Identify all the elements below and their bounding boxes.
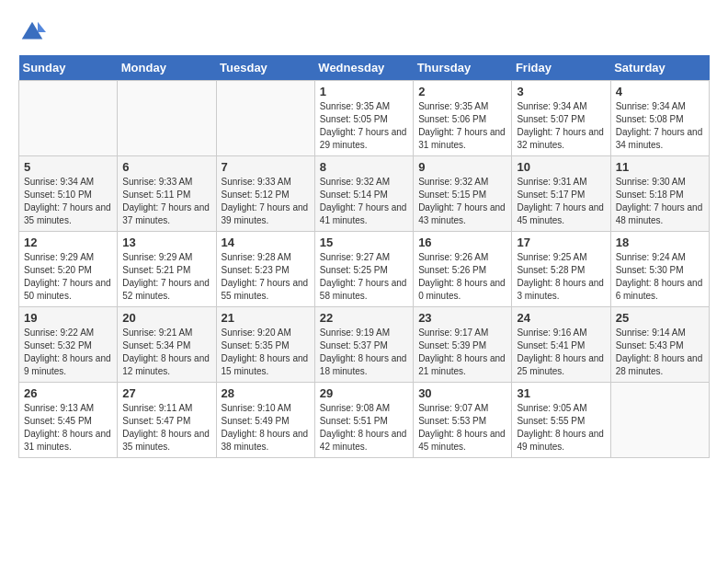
day-info: Sunrise: 9:07 AM Sunset: 5:53 PM Dayligh…: [418, 402, 506, 454]
day-number: 25: [616, 311, 704, 325]
day-number: 5: [24, 160, 112, 174]
week-row-4: 19Sunrise: 9:22 AM Sunset: 5:32 PM Dayli…: [19, 307, 710, 383]
day-info: Sunrise: 9:19 AM Sunset: 5:37 PM Dayligh…: [320, 327, 408, 378]
day-cell: 25Sunrise: 9:14 AM Sunset: 5:43 PM Dayli…: [610, 307, 709, 383]
day-number: 9: [418, 160, 506, 174]
week-row-2: 5Sunrise: 9:34 AM Sunset: 5:10 PM Daylig…: [19, 156, 710, 232]
day-cell: 28Sunrise: 9:10 AM Sunset: 5:49 PM Dayli…: [216, 383, 314, 458]
day-cell: 24Sunrise: 9:16 AM Sunset: 5:41 PM Dayli…: [512, 307, 610, 383]
day-info: Sunrise: 9:26 AM Sunset: 5:26 PM Dayligh…: [418, 251, 506, 303]
day-cell: 27Sunrise: 9:11 AM Sunset: 5:47 PM Dayli…: [118, 383, 216, 458]
day-number: 12: [24, 236, 112, 249]
day-number: 22: [320, 311, 408, 325]
day-cell: 23Sunrise: 9:17 AM Sunset: 5:39 PM Dayli…: [414, 307, 512, 383]
day-number: 1: [320, 85, 408, 98]
header-cell-monday: Monday: [118, 55, 216, 81]
day-info: Sunrise: 9:08 AM Sunset: 5:51 PM Dayligh…: [320, 402, 408, 454]
day-cell: 30Sunrise: 9:07 AM Sunset: 5:53 PM Dayli…: [414, 383, 512, 458]
day-info: Sunrise: 9:33 AM Sunset: 5:12 PM Dayligh…: [222, 176, 310, 227]
day-info: Sunrise: 9:05 AM Sunset: 5:55 PM Dayligh…: [517, 402, 605, 454]
day-cell: 16Sunrise: 9:26 AM Sunset: 5:26 PM Dayli…: [414, 232, 512, 307]
day-number: 3: [517, 85, 605, 98]
day-cell: 11Sunrise: 9:30 AM Sunset: 5:18 PM Dayli…: [610, 156, 709, 232]
day-info: Sunrise: 9:28 AM Sunset: 5:23 PM Dayligh…: [222, 251, 310, 303]
week-row-5: 26Sunrise: 9:13 AM Sunset: 5:45 PM Dayli…: [19, 383, 710, 458]
day-number: 6: [122, 160, 210, 174]
day-number: 4: [616, 85, 704, 98]
day-number: 30: [418, 386, 506, 400]
day-info: Sunrise: 9:29 AM Sunset: 5:21 PM Dayligh…: [122, 251, 210, 303]
day-cell: 18Sunrise: 9:24 AM Sunset: 5:30 PM Dayli…: [610, 232, 709, 307]
day-cell: 22Sunrise: 9:19 AM Sunset: 5:37 PM Dayli…: [314, 307, 413, 383]
day-info: Sunrise: 9:34 AM Sunset: 5:07 PM Dayligh…: [517, 100, 605, 152]
logo: [18, 18, 50, 46]
day-cell: [118, 81, 216, 156]
header-cell-wednesday: Wednesday: [314, 55, 413, 81]
calendar-table: SundayMondayTuesdayWednesdayThursdayFrid…: [18, 55, 710, 458]
day-cell: 12Sunrise: 9:29 AM Sunset: 5:20 PM Dayli…: [19, 232, 118, 307]
week-row-1: 1Sunrise: 9:35 AM Sunset: 5:05 PM Daylig…: [19, 81, 710, 156]
day-number: 18: [616, 236, 704, 249]
day-cell: [19, 81, 118, 156]
day-number: 31: [517, 386, 605, 400]
day-number: 27: [122, 386, 210, 400]
day-info: Sunrise: 9:35 AM Sunset: 5:05 PM Dayligh…: [320, 100, 408, 152]
day-info: Sunrise: 9:17 AM Sunset: 5:39 PM Dayligh…: [418, 327, 506, 378]
day-info: Sunrise: 9:21 AM Sunset: 5:34 PM Dayligh…: [122, 327, 210, 378]
day-info: Sunrise: 9:31 AM Sunset: 5:17 PM Dayligh…: [517, 176, 605, 227]
day-info: Sunrise: 9:32 AM Sunset: 5:15 PM Dayligh…: [418, 176, 506, 227]
svg-marker-1: [38, 22, 46, 32]
day-info: Sunrise: 9:10 AM Sunset: 5:49 PM Dayligh…: [222, 402, 310, 454]
day-number: 23: [418, 311, 506, 325]
day-cell: 13Sunrise: 9:29 AM Sunset: 5:21 PM Dayli…: [118, 232, 216, 307]
day-info: Sunrise: 9:20 AM Sunset: 5:35 PM Dayligh…: [222, 327, 310, 378]
day-number: 21: [222, 311, 310, 325]
day-number: 19: [24, 311, 112, 325]
day-info: Sunrise: 9:35 AM Sunset: 5:06 PM Dayligh…: [418, 100, 506, 152]
header-cell-saturday: Saturday: [610, 55, 709, 81]
day-cell: 4Sunrise: 9:34 AM Sunset: 5:08 PM Daylig…: [610, 81, 709, 156]
day-info: Sunrise: 9:27 AM Sunset: 5:25 PM Dayligh…: [320, 251, 408, 303]
day-info: Sunrise: 9:34 AM Sunset: 5:10 PM Dayligh…: [24, 176, 112, 227]
header-cell-friday: Friday: [512, 55, 610, 81]
day-cell: 3Sunrise: 9:34 AM Sunset: 5:07 PM Daylig…: [512, 81, 610, 156]
day-cell: 6Sunrise: 9:33 AM Sunset: 5:11 PM Daylig…: [118, 156, 216, 232]
day-info: Sunrise: 9:14 AM Sunset: 5:43 PM Dayligh…: [616, 327, 704, 378]
day-info: Sunrise: 9:25 AM Sunset: 5:28 PM Dayligh…: [517, 251, 605, 303]
header-row: SundayMondayTuesdayWednesdayThursdayFrid…: [19, 55, 710, 81]
day-info: Sunrise: 9:30 AM Sunset: 5:18 PM Dayligh…: [616, 176, 704, 227]
day-cell: 17Sunrise: 9:25 AM Sunset: 5:28 PM Dayli…: [512, 232, 610, 307]
day-number: 7: [222, 160, 310, 174]
day-cell: 7Sunrise: 9:33 AM Sunset: 5:12 PM Daylig…: [216, 156, 314, 232]
day-cell: 31Sunrise: 9:05 AM Sunset: 5:55 PM Dayli…: [512, 383, 610, 458]
day-number: 24: [517, 311, 605, 325]
header-cell-sunday: Sunday: [19, 55, 118, 81]
day-number: 14: [222, 236, 310, 249]
day-cell: 9Sunrise: 9:32 AM Sunset: 5:15 PM Daylig…: [414, 156, 512, 232]
day-number: 10: [517, 160, 605, 174]
day-cell: 19Sunrise: 9:22 AM Sunset: 5:32 PM Dayli…: [19, 307, 118, 383]
day-info: Sunrise: 9:16 AM Sunset: 5:41 PM Dayligh…: [517, 327, 605, 378]
day-cell: [216, 81, 314, 156]
day-number: 17: [517, 236, 605, 249]
day-info: Sunrise: 9:33 AM Sunset: 5:11 PM Dayligh…: [122, 176, 210, 227]
day-info: Sunrise: 9:11 AM Sunset: 5:47 PM Dayligh…: [122, 402, 210, 454]
day-number: 28: [222, 386, 310, 400]
day-number: 8: [320, 160, 408, 174]
header-cell-thursday: Thursday: [414, 55, 512, 81]
logo-icon: [18, 18, 46, 46]
day-info: Sunrise: 9:24 AM Sunset: 5:30 PM Dayligh…: [616, 251, 704, 303]
header: [18, 18, 710, 46]
day-cell: [610, 383, 709, 458]
day-cell: 5Sunrise: 9:34 AM Sunset: 5:10 PM Daylig…: [19, 156, 118, 232]
day-number: 26: [24, 386, 112, 400]
day-cell: 14Sunrise: 9:28 AM Sunset: 5:23 PM Dayli…: [216, 232, 314, 307]
day-cell: 2Sunrise: 9:35 AM Sunset: 5:06 PM Daylig…: [414, 81, 512, 156]
day-cell: 26Sunrise: 9:13 AM Sunset: 5:45 PM Dayli…: [19, 383, 118, 458]
day-info: Sunrise: 9:13 AM Sunset: 5:45 PM Dayligh…: [24, 402, 112, 454]
day-info: Sunrise: 9:32 AM Sunset: 5:14 PM Dayligh…: [320, 176, 408, 227]
day-cell: 21Sunrise: 9:20 AM Sunset: 5:35 PM Dayli…: [216, 307, 314, 383]
header-cell-tuesday: Tuesday: [216, 55, 314, 81]
day-number: 13: [122, 236, 210, 249]
day-info: Sunrise: 9:34 AM Sunset: 5:08 PM Dayligh…: [616, 100, 704, 152]
